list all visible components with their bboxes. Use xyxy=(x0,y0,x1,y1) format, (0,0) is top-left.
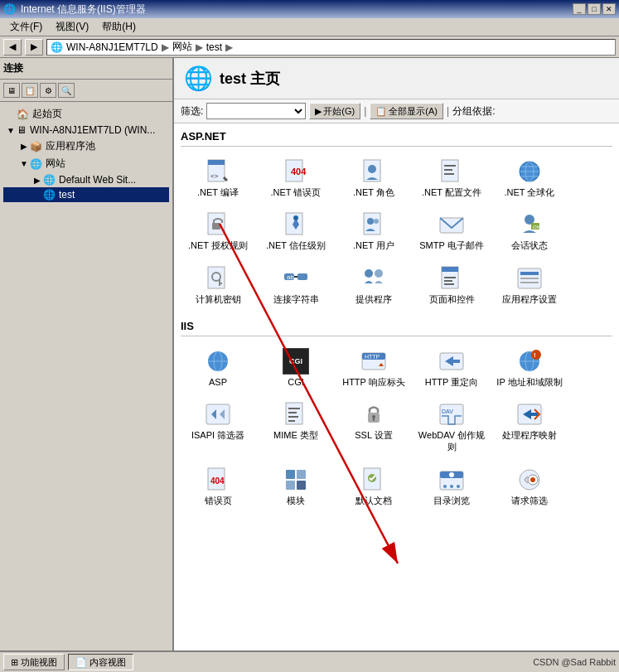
tree-item-test[interactable]: 🌐 test xyxy=(3,187,169,202)
address-field: 🌐 WIN-A8NJ1EMT7LD ▶ 网站 ▶ test ▶ xyxy=(46,39,616,56)
maximize-button[interactable]: □ xyxy=(588,3,601,15)
icon-machine-key[interactable]: 计算机密钥 xyxy=(181,260,255,310)
tree-expander-default-site[interactable]: ▶ xyxy=(31,176,43,185)
icon-net-config[interactable]: .NET 配置文件 xyxy=(414,153,489,203)
icon-smtp[interactable]: SMTP 电子邮件 xyxy=(414,206,489,256)
net-trust-label: .NET 信任级别 xyxy=(266,239,326,251)
content-view-button[interactable]: 📄 内容视图 xyxy=(68,654,133,670)
icon-cgi[interactable]: CGI CGI xyxy=(259,343,333,393)
feature-view-label: 功能视图 xyxy=(21,656,57,669)
smtp-label: SMTP 电子邮件 xyxy=(419,239,483,251)
tree-item-home[interactable]: 🏠 起始页 xyxy=(3,105,169,123)
icon-net-trust[interactable]: .NET 信任级别 xyxy=(259,206,333,256)
icon-mime[interactable]: MIME 类型 xyxy=(259,396,333,458)
filter-separator-2: | xyxy=(447,105,449,117)
svg-point-82 xyxy=(457,485,460,488)
icon-app-settings[interactable]: 应用程序设置 xyxy=(492,260,567,310)
icon-net-error[interactable]: 404 .NET 错误页 xyxy=(259,153,333,203)
tree-icon-server: 🖥 xyxy=(17,124,27,136)
tree-item-sites[interactable]: ▼ 🌐 网站 xyxy=(3,155,169,172)
icon-net-roles[interactable]: .NET 角色 xyxy=(336,153,411,203)
icon-net-compile[interactable]: <> .NET 编译 xyxy=(181,153,255,203)
svg-text:<>: <> xyxy=(210,172,219,180)
tree-icon-apppools: 📦 xyxy=(30,141,42,152)
sidebar-tool-1[interactable]: 🖥 xyxy=(3,83,20,98)
menu-file[interactable]: 文件(F) xyxy=(3,18,49,36)
svg-text:OK: OK xyxy=(533,225,540,230)
forward-button[interactable]: ▶ xyxy=(25,39,43,56)
net-compile-label: .NET 编译 xyxy=(197,186,239,198)
ip-restrict-label: IP 地址和域限制 xyxy=(496,376,562,388)
filter-select[interactable] xyxy=(206,103,306,119)
provider-label: 提供程序 xyxy=(355,293,392,305)
icon-modules[interactable]: 模块 xyxy=(259,462,333,511)
icon-net-users[interactable]: .NET 用户 xyxy=(336,206,411,256)
icon-provider[interactable]: 提供程序 xyxy=(336,260,411,310)
tree-item-default-site[interactable]: ▶ 🌐 Default Web Sit... xyxy=(3,172,169,187)
handler-label: 处理程序映射 xyxy=(502,429,557,441)
net-config-label: .NET 配置文件 xyxy=(422,186,481,198)
icon-default-doc[interactable]: 默认文档 xyxy=(336,462,411,511)
icon-handler[interactable]: 处理程序映射 xyxy=(492,396,567,458)
svg-rect-74 xyxy=(286,481,295,490)
icon-pages[interactable]: 页面和控件 xyxy=(414,260,489,310)
icon-connection[interactable]: ab 连接字符串 xyxy=(259,260,333,310)
cgi-label: CGI xyxy=(288,376,304,388)
icon-net-globe[interactable]: .NET 全球化 xyxy=(492,153,567,203)
icon-error-page2[interactable]: 404 错误页 xyxy=(181,462,255,511)
tree-expander-sites[interactable]: ▼ xyxy=(18,159,30,168)
tree-item-server[interactable]: ▼ 🖥 WIN-A8NJ1EMT7LD (WIN... xyxy=(3,123,169,138)
icon-http-redirect[interactable]: HTTP 重定向 xyxy=(414,343,489,393)
svg-rect-39 xyxy=(444,277,456,278)
icon-session[interactable]: OK 会话状态 xyxy=(492,206,567,256)
content-view-label: 内容视图 xyxy=(89,656,126,669)
svg-point-22 xyxy=(374,219,379,224)
icon-request-filter[interactable]: 请求筛选 xyxy=(492,462,567,511)
sidebar-tool-2[interactable]: 📋 xyxy=(22,83,38,98)
filter-start-button[interactable]: ▶ 开始(G) xyxy=(309,103,360,119)
filter-separator-1: | xyxy=(364,105,366,117)
asp-label: ASP xyxy=(209,376,227,388)
sidebar-tool-4[interactable]: 🔍 xyxy=(58,83,75,98)
svg-point-83 xyxy=(449,472,454,477)
content-area: 🌐 test 主页 筛选: ▶ 开始(G) | 📋 全部显示(A) | 分组依据… xyxy=(174,58,619,650)
feature-view-button[interactable]: ⊞ 功能视图 xyxy=(3,654,65,670)
icon-dir-browse[interactable]: 目录浏览 xyxy=(414,462,489,511)
tree-expander-server[interactable]: ▼ xyxy=(5,126,17,135)
filter-showall-button[interactable]: 📋 全部显示(A) xyxy=(370,103,443,119)
minimize-button[interactable]: _ xyxy=(573,3,586,15)
icon-isapi[interactable]: ISAPI 筛选器 xyxy=(181,396,255,458)
svg-text:404: 404 xyxy=(291,167,307,176)
menu-view[interactable]: 视图(V) xyxy=(49,18,95,36)
tree-item-apppools[interactable]: ▶ 📦 应用程序池 xyxy=(3,138,169,155)
icon-http-headers[interactable]: HTTP HTTP 响应标头 xyxy=(336,343,411,393)
modules-icon xyxy=(283,467,309,493)
icon-net-auth[interactable]: .NET 授权规则 xyxy=(181,206,255,256)
tree-label-server: WIN-A8NJ1EMT7LD (WIN... xyxy=(30,124,155,136)
svg-rect-32 xyxy=(297,273,307,280)
app-settings-icon xyxy=(516,265,543,292)
net-roles-icon xyxy=(360,158,387,185)
icon-asp[interactable]: ASP xyxy=(181,343,255,393)
menu-help[interactable]: 帮助(H) xyxy=(95,18,143,36)
pages-label: 页面和控件 xyxy=(429,293,475,305)
address-path-3: test xyxy=(206,41,222,53)
icon-ssl[interactable]: SSL 设置 xyxy=(336,396,411,458)
net-error-label: .NET 错误页 xyxy=(271,186,322,198)
sidebar-tool-3[interactable]: ⚙ xyxy=(40,83,56,98)
connection-label: 连接字符串 xyxy=(273,293,319,305)
net-error-icon: 404 xyxy=(283,158,309,185)
svg-point-19 xyxy=(293,215,298,220)
close-button[interactable]: ✕ xyxy=(602,3,616,15)
handler-icon xyxy=(516,401,543,428)
tree-expander-apppools[interactable]: ▶ xyxy=(18,142,30,151)
back-button[interactable]: ◀ xyxy=(3,39,22,56)
default-doc-icon xyxy=(360,467,387,493)
sidebar-toolbar: 🖥 📋 ⚙ 🔍 xyxy=(0,80,172,102)
svg-rect-9 xyxy=(444,169,452,171)
icon-ip-restrict[interactable]: ! IP 地址和域限制 xyxy=(492,343,567,393)
icon-webdav[interactable]: DAV WebDAV 创作规则 xyxy=(414,396,489,458)
error-page2-label: 错误页 xyxy=(205,495,232,506)
request-filter-icon xyxy=(516,467,543,493)
address-sep-3: ▶ xyxy=(225,41,233,53)
